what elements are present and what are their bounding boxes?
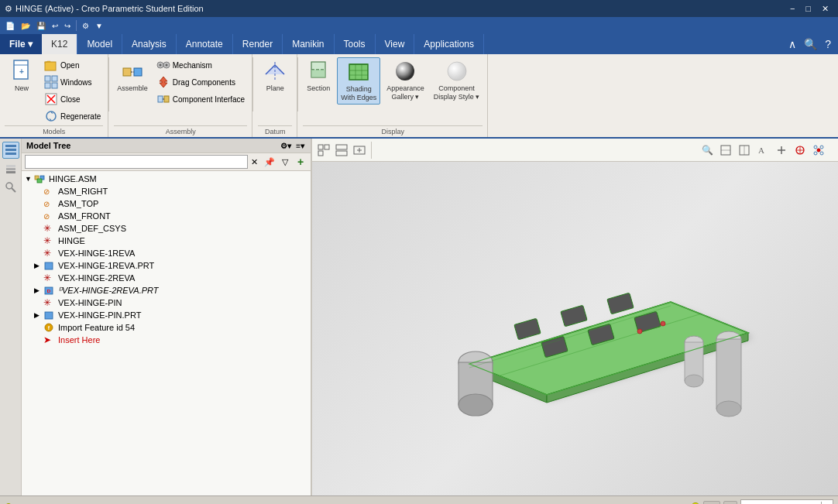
tree-item-vex-hinge-1reva[interactable]: ✳ VEX-HINGE-1REVA <box>22 247 311 259</box>
windows-button[interactable]: Windows <box>42 74 103 90</box>
tree-display-button[interactable]: ≡▾ <box>294 142 306 150</box>
menu-help-button[interactable]: ? <box>823 38 833 50</box>
component-display-style-button[interactable]: ComponentDisplay Style ▾ <box>431 57 483 103</box>
tree-item-asm-right[interactable]: ⊘ ASM_RIGHT <box>22 185 311 197</box>
tree-item-insert-here[interactable]: ➤ Insert Here <box>22 334 311 346</box>
menu-manikin[interactable]: Manikin <box>283 34 334 54</box>
view-toolbar: 🔍 A <box>312 139 838 162</box>
vt-view1-button[interactable] <box>717 142 734 159</box>
tree-search-close[interactable]: ✕ <box>251 157 258 167</box>
menu-applications[interactable]: Applications <box>414 34 484 54</box>
tree-item-vex-hinge-2reva[interactable]: ✳ VEX-HINGE-2REVA <box>22 272 311 284</box>
drag-components-button[interactable]: Drag Components <box>154 74 247 90</box>
title-bar-controls[interactable]: − □ ✕ <box>785 4 833 14</box>
menu-annotate[interactable]: Annotate <box>177 34 233 54</box>
tree-item-vex-hinge-pin-prt[interactable]: ▶ VEX-HINGE-PIN.PRT <box>22 309 311 321</box>
open-icon <box>44 58 58 72</box>
tree-item-asm-front[interactable]: ⊘ ASM_FRONT <box>22 210 311 222</box>
drag-icon <box>156 75 170 89</box>
tree-item-import-feature[interactable]: f Import Feature id 54 <box>22 321 311 334</box>
tree-search-input[interactable] <box>25 155 248 169</box>
qa-save-button[interactable]: 💾 <box>34 21 48 31</box>
svg-rect-53 <box>318 151 323 156</box>
tab-model-tree-button[interactable] <box>2 142 19 159</box>
main-area: Model Tree ⚙▾ ≡▾ ✕ 📌 ▽ + ▼ <box>0 139 838 495</box>
part-icon-pin <box>43 310 56 321</box>
vt-text-button[interactable]: A <box>754 142 771 159</box>
menu-search-button[interactable]: 🔍 <box>802 38 819 50</box>
menu-tools[interactable]: Tools <box>335 34 376 54</box>
menu-view[interactable]: View <box>376 34 415 54</box>
tab-search-button[interactable] <box>2 179 19 196</box>
qa-redo-button[interactable]: ↪ <box>62 21 73 31</box>
plane-button[interactable]: Plane <box>258 57 292 94</box>
component-display-style-label: ComponentDisplay Style ▾ <box>434 84 480 101</box>
tree-filter-button[interactable]: ▽ <box>278 155 292 169</box>
expander-1reva-prt[interactable]: ▶ <box>34 262 43 269</box>
tree-item-vex-hinge-1reva-prt[interactable]: ▶ VEX-HINGE-1REVA.PRT <box>22 259 311 272</box>
menu-k12[interactable]: K12 <box>42 34 77 54</box>
assemble-button[interactable]: Assemble <box>114 57 151 94</box>
close-button[interactable]: ✕ <box>817 4 833 14</box>
qa-more-button[interactable]: ▼ <box>93 21 105 31</box>
main-viewport[interactable]: 🔍 A <box>312 139 838 495</box>
new-button[interactable]: + New <box>5 57 39 94</box>
smart-selector[interactable]: Smart ▾ <box>740 499 833 505</box>
qa-settings-button[interactable]: ⚙ <box>80 21 91 31</box>
section-button[interactable]: Section <box>303 57 334 94</box>
svg-rect-20 <box>164 96 169 102</box>
menu-analysis[interactable]: Analysis <box>122 34 177 54</box>
vt-layout-button[interactable] <box>333 142 350 159</box>
qa-new-button[interactable]: 📄 <box>3 21 17 31</box>
tree-item-hinge-asm[interactable]: ▼ HINGE.ASM <box>22 173 311 185</box>
menu-file[interactable]: File ▾ <box>0 34 42 54</box>
3d-canvas[interactable] <box>312 162 838 495</box>
vt-new-view-button[interactable] <box>351 142 368 159</box>
open-button[interactable]: Open <box>42 57 103 73</box>
svg-rect-6 <box>45 83 50 88</box>
menu-collapse-button[interactable]: ∧ <box>786 38 799 50</box>
appearance-gallery-label: AppearanceGallery ▾ <box>386 84 424 101</box>
svg-rect-19 <box>158 96 163 102</box>
svg-point-69 <box>814 146 817 149</box>
tree-add-button[interactable]: + <box>294 155 307 169</box>
menu-render[interactable]: Render <box>233 34 283 54</box>
appearance-gallery-button[interactable]: AppearanceGallery ▾ <box>383 57 428 103</box>
plane-icon-front: ⊘ <box>43 211 56 221</box>
qa-open-button[interactable]: 📂 <box>19 21 33 31</box>
status-right: 📷 ⊞ Smart ▾ <box>691 499 833 505</box>
expander-pin-prt[interactable]: ▶ <box>34 311 43 319</box>
component-interface-button[interactable]: Component Interface <box>154 91 247 107</box>
qa-undo-button[interactable]: ↩ <box>50 21 60 31</box>
vt-zoom-button[interactable]: 🔍 <box>699 142 716 159</box>
shading-edges-button[interactable]: ShadingWith Edges <box>337 57 380 105</box>
status-view-button[interactable]: ⊞ <box>723 501 737 504</box>
svg-point-85 <box>716 401 741 417</box>
expander-hinge-asm[interactable]: ▼ <box>25 175 34 183</box>
vt-view2-button[interactable] <box>736 142 753 159</box>
vt-snap-button[interactable] <box>810 142 827 159</box>
regenerate-button[interactable]: Regenerate <box>42 108 103 124</box>
tree-item-hinge[interactable]: ✳ HINGE <box>22 235 311 247</box>
tab-layers-button[interactable] <box>2 160 19 177</box>
regenerate-label: Regenerate <box>60 112 101 121</box>
tree-item-vex-hinge-pin[interactable]: ✳ VEX-HINGE-PIN <box>22 297 311 309</box>
ribbon-group-display: Section ShadingWith Edges <box>298 54 488 137</box>
status-bar: Component redefined successfully. 📷 ⊞ Sm… <box>0 495 838 504</box>
menu-model[interactable]: Model <box>77 34 122 54</box>
vt-cross-button[interactable] <box>773 142 790 159</box>
maximize-button[interactable]: □ <box>801 4 816 14</box>
vt-ref-button[interactable] <box>792 142 809 159</box>
vt-right-buttons: 🔍 A <box>699 142 827 159</box>
vt-grid-button[interactable] <box>315 142 332 159</box>
status-camera-button[interactable]: 📷 <box>703 501 720 504</box>
close-button[interactable]: Close <box>42 91 103 107</box>
minimize-button[interactable]: − <box>785 4 799 14</box>
mechanism-button[interactable]: Mechanism <box>154 57 247 73</box>
tree-item-asm-top[interactable]: ⊘ ASM_TOP <box>22 197 311 210</box>
tree-filter-pin-button[interactable]: 📌 <box>263 155 276 169</box>
tree-settings-button[interactable]: ⚙▾ <box>279 142 293 150</box>
tree-item-asm-def-csys[interactable]: ✳ ASM_DEF_CSYS <box>22 222 311 235</box>
expander-2reva-prt[interactable]: ▶ <box>34 286 43 294</box>
tree-item-vex-hinge-2reva-prt[interactable]: ▶ D ᴰVEX-HINGE-2REVA.PRT <box>22 284 311 297</box>
